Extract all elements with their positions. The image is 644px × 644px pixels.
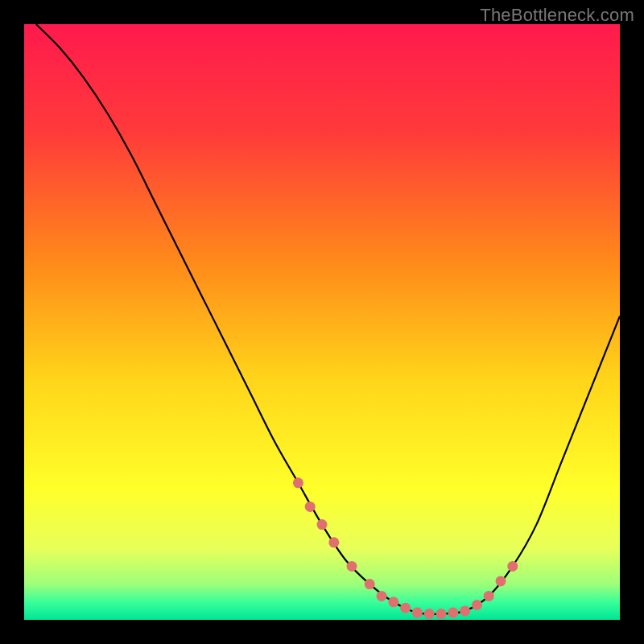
highlight-dot — [400, 603, 411, 613]
highlight-dot — [448, 608, 458, 618]
highlight-dot — [412, 608, 423, 618]
watermark-text: TheBottleneck.com — [480, 5, 634, 26]
highlight-dot — [436, 609, 447, 619]
highlight-dot — [388, 597, 398, 607]
highlight-dot — [328, 537, 339, 547]
highlight-dot — [507, 561, 518, 572]
highlight-dot — [365, 579, 375, 589]
highlight-dot — [377, 591, 387, 601]
highlight-dot — [347, 561, 357, 572]
highlight-dot — [317, 519, 328, 530]
highlight-dot — [472, 600, 482, 610]
highlight-dot — [424, 609, 435, 619]
highlight-dot — [484, 591, 494, 601]
highlight-dot — [496, 576, 506, 586]
chart-svg — [24, 24, 620, 620]
highlight-dot — [305, 502, 316, 512]
highlight-dot — [293, 477, 303, 488]
highlight-dot — [460, 605, 470, 616]
gradient-background — [24, 24, 620, 620]
